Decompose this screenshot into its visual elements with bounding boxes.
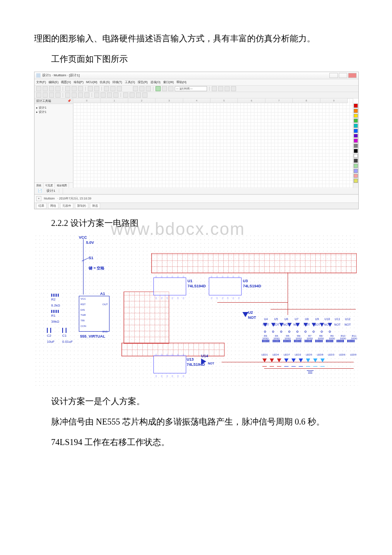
- maximize-button[interactable]: [339, 73, 347, 78]
- panel-tab[interactable]: 项目视图: [55, 183, 69, 188]
- tb-save-icon[interactable]: [49, 86, 54, 91]
- tb2-btn[interactable]: [94, 92, 99, 98]
- tb-zoom-in-icon[interactable]: [104, 86, 109, 91]
- tb-meter-icon[interactable]: [225, 86, 230, 91]
- tb2-btn[interactable]: [72, 92, 77, 98]
- window-controls[interactable]: [329, 73, 357, 78]
- tb-zoom-out-icon[interactable]: [110, 86, 115, 91]
- tb-probe-icon[interactable]: [212, 86, 217, 91]
- tb2-btn[interactable]: [130, 92, 135, 98]
- menu-item[interactable]: 视图(V): [61, 80, 71, 85]
- tb2-btn[interactable]: [36, 92, 41, 98]
- palette-swatch[interactable]: [354, 179, 358, 183]
- toolbar-secondary[interactable]: [35, 92, 358, 98]
- menu-item[interactable]: 工具(O): [125, 80, 135, 85]
- palette-swatch[interactable]: [354, 159, 358, 163]
- resistor-icon: [305, 340, 312, 342]
- tree-item[interactable]: ▸ 设计1: [36, 106, 71, 110]
- tb-text-icon[interactable]: [146, 86, 151, 91]
- palette-swatch[interactable]: [354, 114, 358, 118]
- tb2-btn[interactable]: [84, 92, 89, 98]
- tb2-btn[interactable]: [113, 92, 118, 98]
- palette-swatch[interactable]: [354, 169, 358, 173]
- menu-item[interactable]: 报告(R): [138, 80, 148, 85]
- status-tab[interactable]: 元器件: [60, 203, 73, 209]
- schematic-canvas[interactable]: 0123456789: [73, 98, 353, 188]
- panel-pin-icon[interactable]: 📌: [67, 98, 71, 104]
- status-tab[interactable]: 新制的: [75, 203, 88, 209]
- panel-tab[interactable]: 可见度: [43, 183, 55, 188]
- tb2-btn[interactable]: [78, 92, 83, 98]
- palette-swatch[interactable]: [354, 144, 358, 148]
- menu-item[interactable]: MCU(M): [86, 80, 97, 85]
- palette-swatch[interactable]: [354, 129, 358, 133]
- instrument-palette[interactable]: [353, 98, 358, 188]
- tb2-btn[interactable]: [55, 92, 61, 98]
- menu-item[interactable]: 仿真(S): [100, 80, 110, 85]
- palette-swatch[interactable]: [354, 119, 358, 123]
- tb-gen-icon[interactable]: [231, 86, 236, 91]
- status-tab[interactable]: 网络: [48, 203, 58, 209]
- document-tabs[interactable]: 📄 设计1: [35, 188, 358, 194]
- tb-undo-icon[interactable]: [88, 86, 93, 91]
- tb-wire-icon[interactable]: [139, 86, 144, 91]
- palette-swatch[interactable]: [354, 154, 358, 158]
- palette-swatch[interactable]: [354, 149, 358, 153]
- stop-button[interactable]: [168, 86, 173, 91]
- tb2-btn[interactable]: [43, 92, 48, 98]
- pause-button[interactable]: [162, 86, 167, 91]
- u2-part: NOT: [248, 314, 256, 321]
- palette-swatch[interactable]: [354, 124, 358, 128]
- tb-new-icon[interactable]: [36, 86, 41, 91]
- tb-paste-icon[interactable]: [78, 86, 83, 91]
- tb2-btn[interactable]: [123, 92, 128, 98]
- palette-swatch[interactable]: [354, 109, 358, 113]
- tb-redo-icon[interactable]: [94, 86, 99, 91]
- led-icon: [320, 358, 325, 362]
- tb2-btn[interactable]: [101, 92, 106, 98]
- tb-cut-icon[interactable]: [65, 86, 70, 91]
- not-gate-label: U6NOT: [282, 317, 291, 327]
- menu-item[interactable]: 帮助(H): [176, 80, 187, 85]
- toolbar-primary[interactable]: --- 运行时间 ---: [35, 86, 358, 92]
- tb2-btn[interactable]: [136, 92, 141, 98]
- window-title: 设计1 · Multisim · [设计1]: [42, 72, 80, 78]
- status-tab[interactable]: 结果: [36, 203, 46, 209]
- minimize-button[interactable]: [329, 73, 338, 78]
- tb-scope-icon[interactable]: [218, 86, 223, 91]
- status-tab[interactable]: 筛选: [90, 203, 100, 209]
- close-button[interactable]: [348, 73, 357, 78]
- menu-item[interactable]: 文件(F): [36, 80, 46, 85]
- panel-tabs[interactable]: 层级可见度项目视图: [35, 182, 73, 188]
- tb2-btn[interactable]: [65, 92, 70, 98]
- menu-item[interactable]: 编辑(E): [49, 80, 58, 85]
- tb2-btn[interactable]: [107, 92, 112, 98]
- palette-swatch[interactable]: [354, 134, 358, 138]
- wire: [271, 309, 356, 309]
- menu-item[interactable]: 窗口(W): [163, 80, 174, 85]
- menubar[interactable]: 文件(F)编辑(E)视图(V)绘制(P)MCU(M)仿真(S)转移(T)工具(O…: [35, 79, 358, 86]
- tb2-btn[interactable]: [49, 92, 54, 98]
- tb-zoom-fit-icon[interactable]: [117, 86, 122, 91]
- palette-swatch[interactable]: [354, 139, 358, 143]
- run-button[interactable]: [156, 86, 161, 91]
- menu-item[interactable]: 绘制(P): [74, 80, 84, 85]
- document-tab[interactable]: 📄 设计1: [35, 188, 63, 194]
- u3-part: 74LS194D: [243, 283, 261, 289]
- tb-open-icon[interactable]: [43, 86, 48, 91]
- design-tree[interactable]: ▸ 设计1 ▸ 设计1: [35, 104, 73, 182]
- led-label: LED5: [303, 353, 314, 357]
- panel-tab[interactable]: 层级: [35, 183, 43, 188]
- tb-print-icon[interactable]: [55, 86, 61, 91]
- palette-swatch[interactable]: [354, 164, 358, 168]
- menu-item[interactable]: 转移(T): [112, 80, 122, 85]
- tb2-btn[interactable]: [142, 92, 147, 98]
- log-close-icon[interactable]: ×: [36, 196, 41, 201]
- wire-bundle: [124, 292, 169, 344]
- palette-swatch[interactable]: [354, 104, 358, 108]
- tree-item[interactable]: ▸ 设计1: [36, 110, 71, 114]
- palette-swatch[interactable]: [354, 174, 358, 178]
- menu-item[interactable]: 选项(O): [150, 80, 161, 85]
- tb-component-icon[interactable]: [133, 86, 138, 91]
- tb-copy-icon[interactable]: [72, 86, 77, 91]
